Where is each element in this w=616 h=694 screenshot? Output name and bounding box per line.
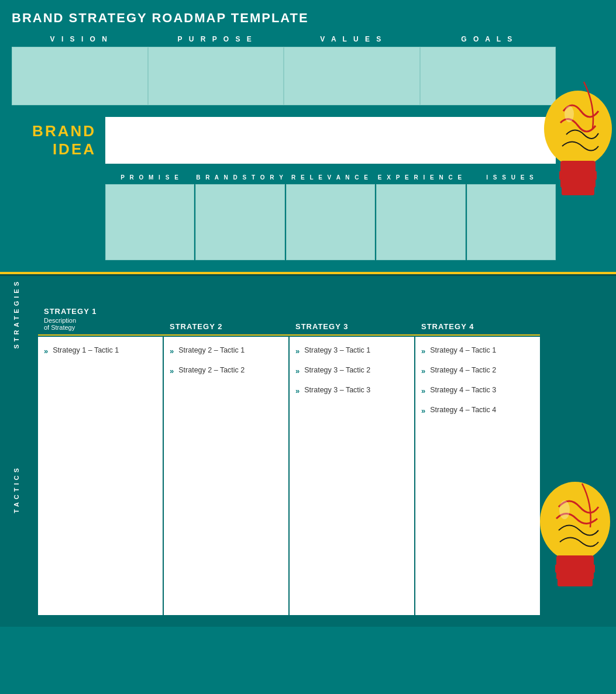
brand-story-box[interactable] (195, 184, 284, 260)
strategy-3-title: STRATEGY 3 (295, 322, 408, 331)
vpvg-row: V I S I O N P U R P O S E V A L U E S G … (12, 35, 556, 105)
tactic-1-1: » Strategy 1 – Tactic 1 (44, 346, 157, 355)
strategy-3-header: STRATEGY 3 (290, 288, 414, 334)
tactic-2-1: » Strategy 2 – Tactic 1 (170, 346, 283, 355)
svg-point-11 (559, 500, 570, 519)
strategy-tactics-divider (38, 334, 540, 336)
promise-label: P R O M I S E (105, 174, 195, 181)
strategy-3-col: STRATEGY 3 (290, 288, 414, 334)
lightbulb-bottom-decoration (534, 451, 616, 627)
goals-label: G O A L S (461, 35, 514, 43)
values-col: V A L U E S (284, 35, 420, 105)
tactic-3-3: » Strategy 3 – Tactic 3 (295, 386, 408, 395)
vision-col: V I S I O N (12, 35, 148, 105)
tactic-arrow-2-2: » (170, 367, 174, 375)
tactic-4-3-text: Strategy 4 – Tactic 3 (430, 386, 496, 394)
bottom-main-content: STRATEGY 1 Descriptionof Strategy STRATE… (32, 276, 616, 627)
strategies-label-area: STRATEGIES (0, 276, 32, 352)
experience-label: E X P E R I E N C E (376, 174, 466, 181)
goals-box[interactable] (420, 47, 556, 105)
relevance-box[interactable] (286, 184, 375, 260)
strategy-1-desc: Descriptionof Strategy (44, 317, 157, 331)
strategies-label: STRATEGIES (13, 279, 20, 348)
tactic-4-3: » Strategy 4 – Tactic 3 (421, 386, 534, 395)
bottom-section: STRATEGIES TACTICS STRATEGY 1 Descriptio… (0, 276, 616, 627)
tactic-arrow-3-1: » (295, 347, 300, 355)
purpose-box[interactable] (148, 47, 284, 105)
strategy-1-title: STRATEGY 1 (44, 307, 157, 316)
strategy-4-header: STRATEGY 4 (415, 288, 540, 334)
pbre-boxes (105, 184, 556, 260)
tactic-3-2-text: Strategy 3 – Tactic 2 (304, 366, 370, 374)
strategies-row: STRATEGY 1 Descriptionof Strategy STRATE… (38, 288, 540, 334)
relevance-label: R E L E V A N C E (285, 174, 376, 181)
tactic-3-1: » Strategy 3 – Tactic 1 (295, 346, 408, 355)
brand-idea-label: BRAND IDEA (12, 122, 105, 158)
tactic-col-3[interactable]: » Strategy 3 – Tactic 1 » Strategy 3 – T… (290, 337, 414, 615)
tactic-arrow-4-2: » (421, 367, 425, 375)
main-title: BRAND STRATEGY ROADMAP TEMPLATE (12, 11, 604, 26)
tactic-4-1: » Strategy 4 – Tactic 1 (421, 346, 534, 355)
lightbulb-bottom-svg (534, 451, 616, 627)
tactic-col-1[interactable]: » Strategy 1 – Tactic 1 (38, 337, 163, 615)
svg-point-5 (565, 106, 574, 122)
tactic-col-2[interactable]: » Strategy 2 – Tactic 1 » Strategy 2 – T… (164, 337, 288, 615)
tactic-4-2-text: Strategy 4 – Tactic 2 (430, 366, 496, 374)
tactic-3-3-text: Strategy 3 – Tactic 3 (304, 386, 370, 394)
vision-box[interactable] (12, 47, 148, 105)
tactic-2-2: » Strategy 2 – Tactic 2 (170, 366, 283, 375)
lightbulb-top-svg (540, 35, 616, 286)
tactic-arrow-4-1: » (421, 347, 425, 355)
strategy-1-col: STRATEGY 1 Descriptionof Strategy (38, 288, 163, 334)
tactic-col-4[interactable]: » Strategy 4 – Tactic 1 » Strategy 4 – T… (415, 337, 540, 615)
tactics-label: TACTICS (13, 465, 20, 513)
brand-idea-row: BRAND IDEA (12, 117, 556, 164)
tactic-2-2-text: Strategy 2 – Tactic 2 (178, 366, 245, 374)
tactic-arrow-1-1: » (44, 347, 48, 355)
pbre-labels: P R O M I S E B R A N D S T O R Y R E L … (105, 174, 556, 184)
values-label: V A L U E S (320, 35, 383, 43)
tactic-4-4: » Strategy 4 – Tactic 4 (421, 406, 534, 415)
left-labels: STRATEGIES TACTICS (0, 276, 32, 627)
tactic-4-4-text: Strategy 4 – Tactic 4 (430, 406, 496, 414)
goals-col: G O A L S (420, 35, 556, 105)
strategy-2-title: STRATEGY 2 (170, 322, 283, 331)
lightbulb-top-decoration (540, 35, 616, 286)
top-section: BRAND STRATEGY ROADMAP TEMPLATE V I S I … (0, 0, 616, 272)
purpose-col: P U R P O S E (148, 35, 284, 105)
svg-point-0 (544, 91, 612, 167)
strategy-2-header: STRATEGY 2 (164, 288, 288, 334)
svg-rect-10 (558, 578, 593, 586)
promise-box[interactable] (105, 184, 194, 260)
values-box[interactable] (284, 47, 420, 105)
purpose-label: P U R P O S E (178, 35, 254, 43)
tactic-arrow-2-1: » (170, 347, 174, 355)
vision-label: V I S I O N (50, 35, 109, 43)
tactic-3-2: » Strategy 3 – Tactic 2 (295, 366, 408, 375)
strategy-4-title: STRATEGY 4 (421, 322, 534, 331)
pbre-section: P R O M I S E B R A N D S T O R Y R E L … (105, 174, 556, 260)
svg-rect-4 (562, 186, 594, 195)
tactics-area: » Strategy 1 – Tactic 1 » Strategy 2 – T… (38, 337, 540, 615)
svg-rect-9 (556, 571, 594, 579)
tactic-1-1-text: Strategy 1 – Tactic 1 (53, 346, 119, 354)
tactic-3-1-text: Strategy 3 – Tactic 1 (304, 346, 370, 354)
brand-story-label: B R A N D S T O R Y (195, 174, 285, 181)
tactic-arrow-4-4: » (421, 406, 425, 415)
tactic-4-2: » Strategy 4 – Tactic 2 (421, 366, 534, 375)
tactic-2-1-text: Strategy 2 – Tactic 1 (178, 346, 245, 354)
tactics-label-area: TACTICS (0, 352, 32, 627)
experience-box[interactable] (376, 184, 465, 260)
strategy-2-col: STRATEGY 2 (164, 288, 288, 334)
svg-point-6 (540, 482, 610, 561)
tactic-4-1-text: Strategy 4 – Tactic 1 (430, 346, 496, 354)
strategy-1-header: STRATEGY 1 Descriptionof Strategy (38, 288, 163, 334)
tactic-arrow-3-2: » (295, 367, 300, 375)
strategy-4-col: STRATEGY 4 (415, 288, 540, 334)
brand-idea-box[interactable] (105, 117, 556, 164)
tactic-arrow-3-3: » (295, 386, 300, 395)
tactic-arrow-4-3: » (421, 386, 425, 395)
